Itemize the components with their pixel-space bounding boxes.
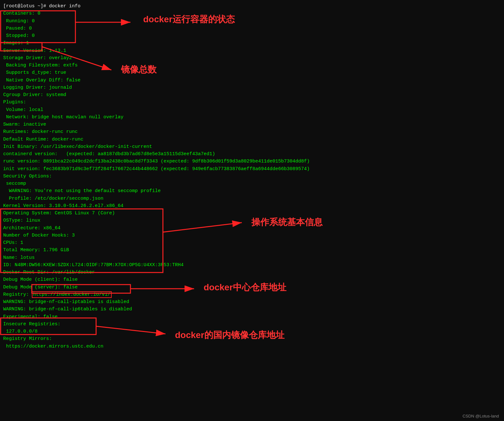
terminal-line: Profile: /etc/docker/seccomp.json [3,195,501,202]
terminal-line: Debug Mode (client): false [3,276,501,283]
terminal-line: Network: bridge host macvlan null overla… [3,114,501,121]
terminal-line: Volume: local [3,106,501,114]
terminal-line: Cgroup Driver: systemd [3,91,501,99]
terminal-line: Logging Driver: journald [3,84,501,91]
terminal-line: Registry: https://index.docker.io/v1/ [3,291,501,298]
terminal-line: Number of Docker Hooks: 3 [3,232,501,239]
terminal-line: Native Overlay Diff: false [3,77,501,84]
terminal-line: Kernel Version: 3.10.0-514.26.2.el7.x86_… [3,202,501,210]
terminal-line: Insecure Registries: [3,321,501,328]
terminal-line: Init Binary: /usr/libexec/docker/docker-… [3,143,501,150]
terminal-line: Default Runtime: docker-runc [3,136,501,143]
terminal-line: Plugins: [3,99,501,106]
terminal-line: ID: N4BM:DW56:KXEW:SZDX:L724:OIDF:77BM:X… [3,261,501,269]
terminal-line: Name: lotus [3,254,501,261]
terminal-line: WARNING: You're not using the default se… [3,187,501,195]
terminal-line: OSType: linux [3,217,501,224]
terminal-line: Debug Mode (server): false [3,284,501,291]
terminal-line: Architecture: x86_64 [3,224,501,232]
terminal-line: CPUs: 1 [3,239,501,246]
terminal-line: Docker Root Dir: /var/lib/docker [3,269,501,276]
terminal-line: Running: 0 [3,17,501,25]
terminal-line: runc version: 8891bca22c049cd2dcf13ba243… [3,158,501,165]
terminal-line: 127.0.0.0/8 [3,328,501,335]
terminal-line: Swarm: inactive [3,121,501,128]
terminal-line: init version: fec3683b971d9c3ef73f284f17… [3,165,501,173]
terminal-output: [root@lotus ~]# docker info Containers: … [0,0,504,353]
terminal-line: Security Options: [3,173,501,180]
terminal-line: seccomp [3,180,501,187]
terminal-line: Registry Mirrors: [3,335,501,342]
terminal-line: Total Memory: 1.796 GiB [3,246,501,254]
prompt-line: [root@lotus ~]# docker info [3,3,501,10]
terminal-line: Containers: 0 [3,10,501,17]
terminal-line: Images: 1 [3,39,501,47]
terminal-line: Backing Filesystem: extfs [3,62,501,69]
terminal-line: Storage Driver: overlay2 [3,54,501,62]
terminal-line: Paused: 0 [3,25,501,32]
terminal-line: Operating System: CentOS Linux 7 (Core) [3,210,501,217]
terminal-line: Stopped: 0 [3,32,501,39]
terminal-line: Runtimes: docker-runc runc [3,128,501,135]
terminal-line: containerd version: (expected: aa8187dbd… [3,150,501,158]
terminal-line: https://docker.mirrors.ustc.edu.cn [3,343,501,350]
terminal-line: WARNING: bridge-nf-call-ip6tables is dis… [3,306,501,313]
terminal-line: Supports d_type: true [3,69,501,76]
terminal-line: Experimental: false [3,313,501,321]
footer-brand: CSDN @Lotus-land [463,414,499,418]
terminal-line: Server Version: 1.13.1 [3,47,501,54]
terminal-line: WARNING: bridge-nf-call-iptables is disa… [3,298,501,306]
